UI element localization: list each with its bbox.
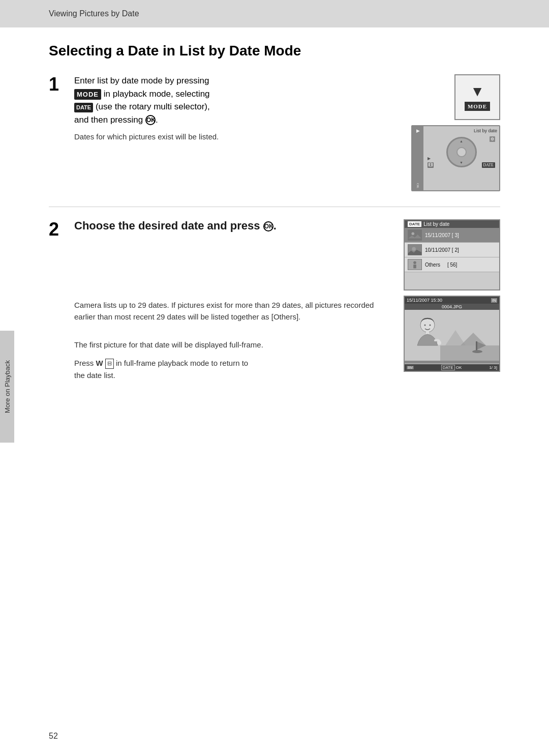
lbd-header-label: List by date: [423, 221, 449, 227]
step1-content: Enter list by date mode by pressing MODE…: [74, 74, 411, 191]
lbd-bracket-1: [: [452, 232, 453, 238]
lbd-date-1: 15/11/2007 [ 3]: [425, 232, 496, 238]
step2-additional2b: in full-frame playback mode to return to: [116, 359, 248, 367]
step1-heading: Enter list by date mode by pressing: [74, 76, 209, 85]
rotary-selector: ▲ ▼ ⚙ DATE ▶ 🎞: [425, 134, 497, 170]
lbd-bracket-1b: ]: [458, 232, 459, 238]
fullframe-screen-container: 15/11/2007 15:30 IN 0004.JPG: [404, 296, 500, 372]
step2-press-label: Press: [74, 359, 96, 367]
step2-heading-text: Choose the desired date and press: [74, 219, 263, 232]
ff-top-bar: 15/11/2007 15:30 IN: [405, 297, 499, 304]
film-icon: 🎞: [428, 162, 434, 168]
ff-storage-icon: IN: [491, 298, 497, 303]
fullframe-screen: 15/11/2007 15:30 IN 0004.JPG: [404, 296, 500, 372]
step2-header-content: Choose the desired date and press OK.: [74, 219, 393, 290]
lbd-row-1: 15/11/2007 [ 3]: [405, 228, 499, 243]
step2-body-text: Camera lists up to 29 dates. If pictures…: [74, 296, 388, 382]
rotary-top-icon: ▲: [460, 139, 463, 143]
ff-date-small-icon: DATE: [441, 365, 455, 370]
page-title: Selecting a Date in List by Date Mode: [49, 43, 500, 59]
date-icon-label: DATE: [74, 103, 93, 112]
list-by-date-screen: DATE List by date 15/11/2007 [ 3]: [404, 219, 500, 290]
lbd-header-icon: DATE: [408, 221, 421, 227]
rotary-circle: ▲ ▼: [446, 137, 477, 167]
svg-point-13: [430, 325, 431, 326]
step1-text4: and then pressing: [74, 115, 145, 125]
svg-point-15: [437, 341, 441, 345]
playback-left-panel: ▶ OK: [412, 126, 423, 190]
ff-megapixel: 8M: [407, 366, 414, 369]
lbd-thumb-3: [408, 259, 422, 270]
svg-point-5: [413, 261, 416, 265]
ff-datetime: 15/11/2007 15:30: [407, 298, 442, 303]
svg-point-12: [424, 325, 426, 326]
step1-number: 1: [49, 74, 74, 191]
step1-text: Enter list by date mode by pressing MODE…: [74, 74, 411, 126]
arrow-down-icon: ▼: [470, 83, 484, 100]
lbd-row-3: Others [ 56]: [405, 257, 499, 272]
ff-frame-current: 1/: [489, 365, 493, 370]
step2-indent: [49, 296, 74, 382]
lbd-date-2: 10/11/2007 [ 2]: [425, 247, 496, 253]
main-content: Selecting a Date in List by Date Mode 1 …: [0, 27, 549, 412]
rotary-play-icon: ▶: [428, 156, 431, 161]
step2-subtext: Camera lists up to 29 dates. If pictures…: [74, 300, 388, 323]
lbd-thumb-1: [408, 229, 422, 241]
svg-point-3: [412, 247, 415, 250]
svg-rect-0: [408, 230, 421, 240]
page-header: Viewing Pictures by Date: [0, 0, 549, 27]
step2-additional1: The first picture for that date will be …: [74, 339, 388, 351]
rotary-icon-top-right: ⚙: [490, 136, 495, 142]
step1-subtext: Dates for which pictures exist will be l…: [74, 131, 411, 143]
ok-bottom-icon: OK: [416, 183, 420, 188]
step1-section: 1 Enter list by date mode by pressing MO…: [49, 74, 500, 191]
mode-button-label: MODE: [74, 89, 101, 100]
svg-rect-6: [413, 265, 416, 268]
step1-text2: in playback mode, selecting: [104, 89, 210, 99]
step2-spacer: [74, 323, 388, 333]
play-icon: ▶: [416, 128, 420, 133]
step2-header-row: 2 Choose the desired date and press OK. …: [49, 219, 500, 290]
list-by-date-label: List by date: [425, 128, 497, 133]
svg-rect-9: [476, 341, 477, 352]
lbd-row-2: 10/11/2007 [ 2]: [405, 243, 499, 257]
thumbnail-btn-icon: ⊟: [105, 359, 114, 369]
step2-number: 2: [49, 219, 74, 290]
lbd-date-others: Others [ 56]: [425, 262, 496, 268]
list-by-date-screen-container: DATE List by date 15/11/2007 [ 3]: [404, 219, 500, 290]
header-label: Viewing Pictures by Date: [49, 9, 139, 18]
ff-photo-svg: [405, 310, 499, 361]
step2-additional2: Press W ⊟ in full-frame playback mode to…: [74, 357, 388, 382]
section-divider-1: [49, 207, 500, 207]
mode-diagram-label: MODE: [465, 102, 490, 111]
w-button-label: W: [96, 357, 103, 369]
playback-main-area: List by date ▲ ▼ ⚙ DATE ▶ 🎞: [423, 126, 499, 190]
svg-point-1: [412, 232, 415, 235]
date-badge: DATE: [482, 162, 495, 168]
ff-photo-area: [405, 310, 499, 363]
page-number: 52: [49, 732, 58, 741]
svg-point-10: [472, 350, 482, 353]
svg-rect-8: [440, 345, 499, 361]
ff-bottom-icons: DATE OK: [441, 365, 462, 370]
step2-body: Camera lists up to 29 dates. If pictures…: [49, 296, 500, 382]
step1-images: ▼ MODE ▶ OK List by date: [411, 74, 500, 191]
step2-additional2c: the date list.: [74, 371, 115, 380]
mode-button-diagram: ▼ MODE: [454, 74, 500, 120]
step1-text3: (use the rotary multi selector),: [96, 102, 210, 111]
rotary-center: [456, 147, 467, 157]
ok-circle-2: OK: [263, 221, 273, 231]
ok-circle-1: OK: [145, 115, 156, 125]
ff-filename: 0004.JPG: [405, 304, 499, 310]
ff-bottom-bar: 8M DATE OK 1/ 3]: [405, 364, 499, 371]
ff-ok-icon: OK: [456, 365, 462, 370]
sidebar-label: More on Playback: [4, 360, 11, 413]
ff-frame-total: 3]: [494, 365, 497, 370]
rotary-bottom-icon: ▼: [460, 161, 463, 165]
lbd-thumb-2: [408, 244, 422, 255]
sidebar-tab: More on Playback: [0, 331, 14, 443]
lbd-header: DATE List by date: [405, 220, 499, 228]
step2-section: 2 Choose the desired date and press OK. …: [49, 219, 500, 382]
step2-heading: Choose the desired date and press OK.: [74, 219, 393, 232]
ff-frame-count: 1/ 3]: [489, 365, 497, 370]
